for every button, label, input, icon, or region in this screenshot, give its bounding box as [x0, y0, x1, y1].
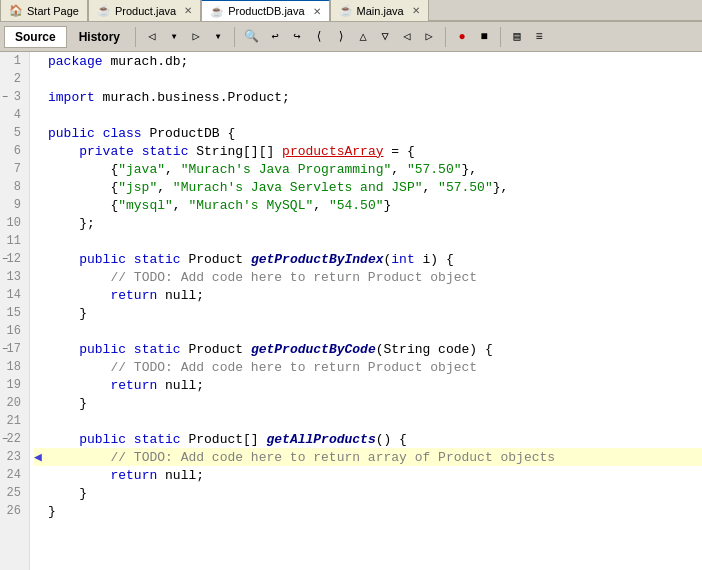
- tab-main-java[interactable]: ☕ Main.java ✕: [330, 0, 429, 21]
- line-marker-26: [34, 504, 48, 519]
- toolbar-group-run: ● ■: [451, 26, 495, 48]
- code-line-11: [34, 232, 702, 250]
- line-marker-14: [34, 288, 48, 303]
- code-line-13: // TODO: Add code here to return Product…: [34, 268, 702, 286]
- toolbar-btn-up[interactable]: △: [352, 26, 374, 48]
- tab-close-product[interactable]: ✕: [184, 5, 192, 16]
- collapse-icon-3[interactable]: −: [2, 92, 8, 103]
- line-row-11: 11: [0, 232, 29, 250]
- tab-close-productdb[interactable]: ✕: [313, 6, 321, 17]
- toolbar-btn-search[interactable]: 🔍: [240, 26, 262, 48]
- tab-label: Product.java: [115, 5, 176, 17]
- toolbar-group-edit: ↩ ↪ ⟨ ⟩ △ ▽ ◁ ▷: [264, 26, 440, 48]
- toolbar-separator-3: [445, 27, 446, 47]
- toolbar-btn-left[interactable]: ◁: [396, 26, 418, 48]
- code-line-26: }: [34, 502, 702, 520]
- tab-icon: ☕: [210, 5, 224, 18]
- tab-close-main[interactable]: ✕: [412, 5, 420, 16]
- tab-product-java[interactable]: ☕ Product.java ✕: [88, 0, 201, 21]
- line-marker-1: [34, 54, 48, 69]
- toolbar-btn-stop[interactable]: ■: [473, 26, 495, 48]
- line-marker-16: [34, 324, 48, 339]
- line-marker-23: ◀: [34, 449, 48, 465]
- tab-start-page[interactable]: 🏠 Start Page: [0, 0, 88, 21]
- line-marker-22: [34, 432, 48, 447]
- toolbar-btn-misc1[interactable]: ▤: [506, 26, 528, 48]
- toolbar-separator-4: [500, 27, 501, 47]
- line-row-13: 13: [0, 268, 29, 286]
- line-row-23: 23: [0, 448, 29, 466]
- tab-icon: ☕: [97, 4, 111, 17]
- code-line-24: return null;: [34, 466, 702, 484]
- collapse-icon-12[interactable]: −: [2, 254, 8, 265]
- toolbar-separator-2: [234, 27, 235, 47]
- toolbar-btn-prev[interactable]: ⟨: [308, 26, 330, 48]
- toolbar-btn-down[interactable]: ▽: [374, 26, 396, 48]
- line-marker-10: [34, 216, 48, 231]
- history-tab[interactable]: History: [69, 26, 130, 48]
- code-line-10: };: [34, 214, 702, 232]
- toolbar-btn-misc2[interactable]: ≡: [528, 26, 550, 48]
- toolbar-btn-redo[interactable]: ↪: [286, 26, 308, 48]
- line-row-15: 15: [0, 304, 29, 322]
- line-row-1: 1: [0, 52, 29, 70]
- toolbar-btn-forward[interactable]: ▷: [185, 26, 207, 48]
- line-marker-7: [34, 162, 48, 177]
- line-marker-13: [34, 270, 48, 285]
- line-marker-8: [34, 180, 48, 195]
- toolbar-btn-dropdown2[interactable]: ▾: [207, 26, 229, 48]
- code-line-19: return null;: [34, 376, 702, 394]
- toolbar-btn-right[interactable]: ▷: [418, 26, 440, 48]
- line-row-10: 10: [0, 214, 29, 232]
- code-line-9: {"mysql", "Murach's MySQL", "54.50"}: [34, 196, 702, 214]
- tab-icon: 🏠: [9, 4, 23, 17]
- tab-bar: 🏠 Start Page ☕ Product.java ✕ ☕ ProductD…: [0, 0, 702, 22]
- line-row-2: 2: [0, 70, 29, 88]
- toolbar-btn-undo[interactable]: ↩: [264, 26, 286, 48]
- line-marker-3: [34, 90, 48, 105]
- line-row-8: 8: [0, 178, 29, 196]
- line-row-5: 5: [0, 124, 29, 142]
- line-row-6: 6: [0, 142, 29, 160]
- line-row-16: 16: [0, 322, 29, 340]
- toolbar-btn-back[interactable]: ◁: [141, 26, 163, 48]
- code-line-16: [34, 322, 702, 340]
- collapse-icon-22[interactable]: −: [2, 434, 8, 445]
- code-editor[interactable]: 1 2 −3 4 5 6 7 8 9 10 11 −12 13 14 15 16…: [0, 52, 702, 570]
- toolbar: Source History ◁ ▾ ▷ ▾ 🔍 ↩ ↪ ⟨ ⟩ △ ▽ ◁ ▷…: [0, 22, 702, 52]
- line-marker-11: [34, 234, 48, 249]
- line-row-7: 7: [0, 160, 29, 178]
- line-marker-21: [34, 414, 48, 429]
- code-line-25: }: [34, 484, 702, 502]
- toolbar-group-misc: ▤ ≡: [506, 26, 550, 48]
- tab-label: Main.java: [357, 5, 404, 17]
- code-line-2: [34, 70, 702, 88]
- line-row-3: −3: [0, 88, 29, 106]
- code-line-12: public static Product getProductByIndex(…: [34, 250, 702, 268]
- code-line-1: package murach.db;: [34, 52, 702, 70]
- collapse-icon-17[interactable]: −: [2, 344, 8, 355]
- code-line-23: ◀ // TODO: Add code here to return array…: [34, 448, 702, 466]
- line-number-gutter: 1 2 −3 4 5 6 7 8 9 10 11 −12 13 14 15 16…: [0, 52, 30, 570]
- line-row-20: 20: [0, 394, 29, 412]
- line-row-19: 19: [0, 376, 29, 394]
- code-line-4: [34, 106, 702, 124]
- tab-productdb-java[interactable]: ☕ ProductDB.java ✕: [201, 0, 329, 21]
- code-line-17: public static Product getProductByCode(S…: [34, 340, 702, 358]
- line-marker-17: [34, 342, 48, 357]
- line-row-14: 14: [0, 286, 29, 304]
- source-tab[interactable]: Source: [4, 26, 67, 48]
- code-line-20: }: [34, 394, 702, 412]
- code-content[interactable]: package murach.db; import murach.busines…: [30, 52, 702, 570]
- toolbar-btn-run[interactable]: ●: [451, 26, 473, 48]
- line-row-12: −12: [0, 250, 29, 268]
- toolbar-separator-1: [135, 27, 136, 47]
- code-line-7: {"java", "Murach's Java Programming", "5…: [34, 160, 702, 178]
- toolbar-btn-dropdown1[interactable]: ▾: [163, 26, 185, 48]
- toolbar-btn-next[interactable]: ⟩: [330, 26, 352, 48]
- line-marker-12: [34, 252, 48, 267]
- line-marker-20: [34, 396, 48, 411]
- line-marker-24: [34, 468, 48, 483]
- line-row-26: 26: [0, 502, 29, 520]
- code-line-18: // TODO: Add code here to return Product…: [34, 358, 702, 376]
